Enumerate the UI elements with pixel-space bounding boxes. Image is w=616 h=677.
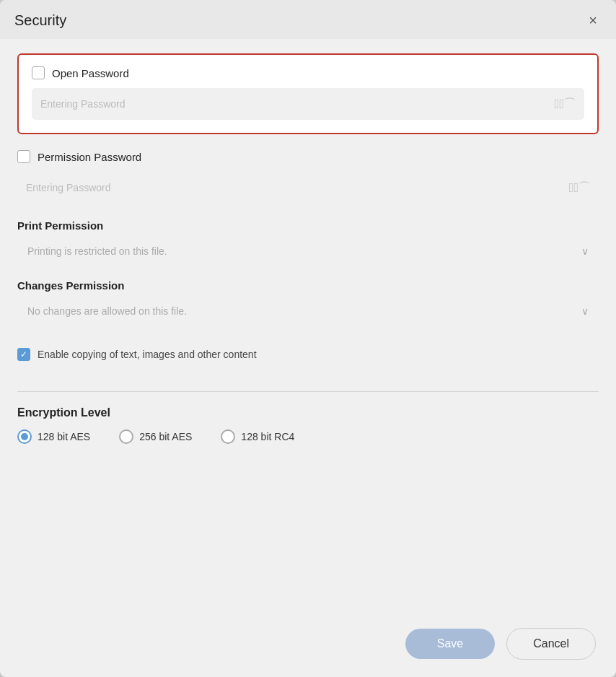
permission-password-placeholder: Entering Password (26, 182, 563, 193)
copy-checkbox-row: Enable copying of text, images and other… (17, 348, 599, 361)
radio-256-aes-label: 256 bit AES (139, 431, 192, 442)
open-password-checkbox-row: Open Password (32, 66, 584, 79)
changes-permission-section: Changes Permission No changes are allowe… (17, 276, 599, 336)
print-permission-section: Print Permission Printing is restricted … (17, 217, 599, 276)
permission-password-label: Permission Password (38, 151, 141, 163)
divider (17, 391, 599, 392)
print-permission-chevron-icon: ∨ (581, 245, 589, 257)
open-password-checkbox[interactable] (32, 66, 45, 79)
print-permission-dropdown[interactable]: Printing is restricted on this file. ∨ (17, 237, 599, 265)
radio-128-aes-label: 128 bit AES (38, 431, 90, 442)
permission-password-eye-icon[interactable]: ⌒͜⌒ (569, 179, 590, 196)
permission-password-checkbox[interactable] (17, 150, 30, 163)
dialog-header: Security × (0, 0, 616, 39)
copy-checkbox[interactable] (17, 348, 30, 361)
radio-128-rc4-label: 128 bit RC4 (241, 431, 294, 442)
permission-password-section: Permission Password Entering Password ⌒͜… (17, 150, 599, 204)
open-password-input-row[interactable]: Entering Password ⌒͜⌒ (32, 88, 584, 120)
save-button[interactable]: Save (405, 629, 495, 659)
cancel-button[interactable]: Cancel (506, 628, 596, 660)
encryption-title: Encryption Level (17, 406, 599, 419)
open-password-label: Open Password (52, 67, 129, 79)
encryption-radio-group: 128 bit AES 256 bit AES 128 bit RC4 (17, 429, 599, 444)
permission-password-input-row[interactable]: Entering Password ⌒͜⌒ (17, 172, 599, 204)
changes-permission-label: Changes Permission (17, 279, 599, 292)
radio-128-rc4-circle[interactable] (221, 429, 235, 444)
permission-password-checkbox-row: Permission Password (17, 150, 599, 163)
dialog-body: Open Password Entering Password ⌒͜⌒ Perm… (0, 39, 616, 616)
security-dialog: Security × Open Password Entering Passwo… (0, 0, 616, 677)
changes-permission-chevron-icon: ∨ (581, 305, 589, 317)
dialog-footer: Save Cancel (0, 616, 616, 677)
copy-label: Enable copying of text, images and other… (38, 349, 257, 360)
encryption-section: Encryption Level 128 bit AES 256 bit AES… (17, 406, 599, 444)
open-password-section: Open Password Entering Password ⌒͜⌒ (17, 53, 599, 134)
radio-256-aes-circle[interactable] (119, 429, 133, 444)
open-password-eye-icon[interactable]: ⌒͜⌒ (555, 95, 576, 113)
open-password-placeholder: Entering Password (40, 98, 549, 110)
dialog-title: Security (14, 12, 66, 29)
changes-permission-value: No changes are allowed on this file. (27, 305, 581, 317)
print-permission-value: Printing is restricted on this file. (27, 245, 581, 257)
radio-128-aes[interactable]: 128 bit AES (17, 429, 90, 444)
radio-128-rc4[interactable]: 128 bit RC4 (221, 429, 294, 444)
changes-permission-dropdown[interactable]: No changes are allowed on this file. ∨ (17, 297, 599, 325)
close-button[interactable]: × (584, 12, 602, 29)
print-permission-label: Print Permission (17, 219, 599, 232)
radio-128-aes-circle[interactable] (17, 429, 32, 444)
radio-256-aes[interactable]: 256 bit AES (119, 429, 192, 444)
